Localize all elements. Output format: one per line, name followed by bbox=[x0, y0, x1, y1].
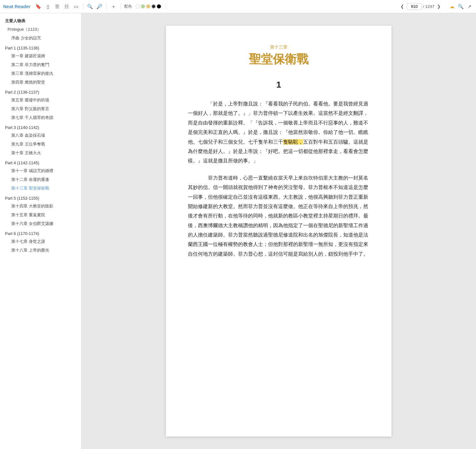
sidebar: 主要人物表 Prologue（1123） 序曲 少女的詛咒 Part 1 (11… bbox=[0, 13, 81, 449]
sidebar-ch9[interactable]: 第九章 王位爭奪戰 bbox=[0, 140, 81, 149]
sep3 bbox=[121, 3, 121, 10]
copy-icon[interactable]: ▯ bbox=[44, 3, 51, 10]
paragraph-1: 「於是，上帝對撒且說：『看看我的子民約伯。看看他。要是我曾經見過一個好人，那就是… bbox=[188, 99, 370, 166]
color-black[interactable] bbox=[157, 4, 161, 8]
next-page-button[interactable]: ❯ bbox=[436, 3, 442, 9]
sidebar-ch7[interactable]: 第七章 千人贖罪的奇蹟 bbox=[0, 113, 81, 122]
fullscreen-icon[interactable]: ↗ bbox=[466, 3, 473, 10]
sidebar-ch11[interactable]: 第十一章 城詛咒的婚禮 bbox=[0, 166, 81, 175]
sidebar-ch17[interactable]: 第十七章 身世之謎 bbox=[0, 237, 81, 246]
color-orange[interactable] bbox=[146, 4, 150, 8]
sep2 bbox=[106, 3, 107, 10]
page-total: / 1247 bbox=[423, 4, 434, 9]
zoom-in-icon[interactable]: + bbox=[110, 3, 117, 10]
search-icon[interactable]: 🔍 bbox=[87, 3, 94, 10]
sidebar-ch14[interactable]: 第十四章 大教堂的陰影 bbox=[0, 202, 81, 211]
cloud-icon[interactable]: ☁ bbox=[448, 3, 455, 10]
page: 第十三章 聖堂保衛戰 1 「於是，上帝對撒且說：『看看我的子民約伯。看看他。要是… bbox=[166, 26, 391, 436]
page-icon[interactable]: ▭ bbox=[73, 3, 80, 10]
sidebar-part-1: Part 1 (1135-1136) bbox=[0, 43, 81, 52]
sidebar-prologue[interactable]: Prologue（1123） bbox=[0, 25, 81, 34]
sidebar-ch6[interactable]: 第六章 對父親的誓言 bbox=[0, 105, 81, 113]
color-dark[interactable] bbox=[152, 4, 156, 8]
sidebar-ch2[interactable]: 第二章 菲力普的奮鬥 bbox=[0, 60, 81, 69]
color-label: 配色 bbox=[124, 4, 132, 9]
paragraph-2: 菲力普布道時，心思一直繫繞在當天早上來自坎特伯里大主教的一封莫名其妙的信。信一開… bbox=[188, 173, 370, 259]
right-icons: ☁ 🔍 ↗ bbox=[448, 3, 473, 10]
app-title: Neat Reader bbox=[3, 4, 31, 9]
chapter-subtitle: 第十三章 bbox=[188, 44, 370, 50]
reading-content: 第十三章 聖堂保衛戰 1 「於是，上帝對撒且說：『看看我的子民約伯。看看他。要是… bbox=[81, 13, 476, 449]
sidebar-ch12[interactable]: 第十二章 命運的重逢 bbox=[0, 175, 81, 184]
menu-icon[interactable]: ☰ bbox=[54, 3, 61, 10]
sidebar-ch15[interactable]: 第十五章 重返夏院 bbox=[0, 211, 81, 219]
sidebar-prologue-sub-0[interactable]: 序曲 少女的詛咒 bbox=[0, 34, 81, 43]
search3-icon[interactable]: 🔍 bbox=[457, 3, 464, 10]
sidebar-ch10[interactable]: 第十章 王橋大火 bbox=[0, 149, 81, 157]
sidebar-ch4[interactable]: 第四章 燃燒的聖堂 bbox=[0, 78, 81, 87]
bookmark-icon[interactable]: 🔖 bbox=[35, 3, 42, 10]
prev-page-button[interactable]: ❮ bbox=[399, 3, 406, 9]
sep4 bbox=[166, 3, 166, 10]
section-number: 1 bbox=[188, 80, 370, 90]
sidebar-ch16[interactable]: 第十六章 女伯爵艾讓娜 bbox=[0, 219, 81, 228]
sidebar-ch18[interactable]: 第十八章 上帝的榮光 bbox=[0, 246, 81, 255]
chapter-title: 聖堂保衛戰 bbox=[188, 51, 370, 67]
sidebar-part-3: Part 3 (1140-1142) bbox=[0, 122, 81, 131]
page-input[interactable] bbox=[407, 3, 422, 10]
color-picker bbox=[136, 4, 161, 8]
page-navigation: ❮ / 1247 ❯ bbox=[399, 3, 442, 10]
sidebar-ch5[interactable]: 第五章 廢墟中的祈禱 bbox=[0, 96, 81, 105]
sidebar-part-6: Part 6 (1170-1174) bbox=[0, 228, 81, 237]
sidebar-part-2: Part 2 (1136-1137) bbox=[0, 87, 81, 96]
topbar: Neat Reader 🔖 ▯ ☰ ☷ ▭ 🔍 🔎 + 配色 ❮ / 1247 … bbox=[0, 0, 476, 13]
sidebar-ch8[interactable]: 第八章 血染採石場 bbox=[0, 131, 81, 140]
sep1 bbox=[83, 3, 83, 10]
color-green[interactable] bbox=[141, 4, 145, 8]
highlight-1: 隻駱駝， bbox=[283, 139, 303, 145]
main-layout: 主要人物表 Prologue（1123） 序曲 少女的詛咒 Part 1 (11… bbox=[0, 13, 476, 449]
sidebar-top-section: 主要人物表 bbox=[0, 16, 81, 25]
sidebar-ch13[interactable]: 第十三章 聖堂保衛戰 bbox=[0, 184, 81, 193]
sidebar-part-4: Part 4 (1142-1145) bbox=[0, 157, 81, 166]
sidebar-part-5: Part 5 (1152-1155) bbox=[0, 193, 81, 202]
grid-icon[interactable]: ☷ bbox=[63, 3, 70, 10]
sidebar-ch1[interactable]: 第一章 建築匠湯姆 bbox=[0, 52, 81, 60]
color-white[interactable] bbox=[136, 4, 140, 8]
sidebar-ch3[interactable]: 第三章 漢姆雷家的復仇 bbox=[0, 69, 81, 78]
search2-icon[interactable]: 🔎 bbox=[96, 3, 103, 10]
